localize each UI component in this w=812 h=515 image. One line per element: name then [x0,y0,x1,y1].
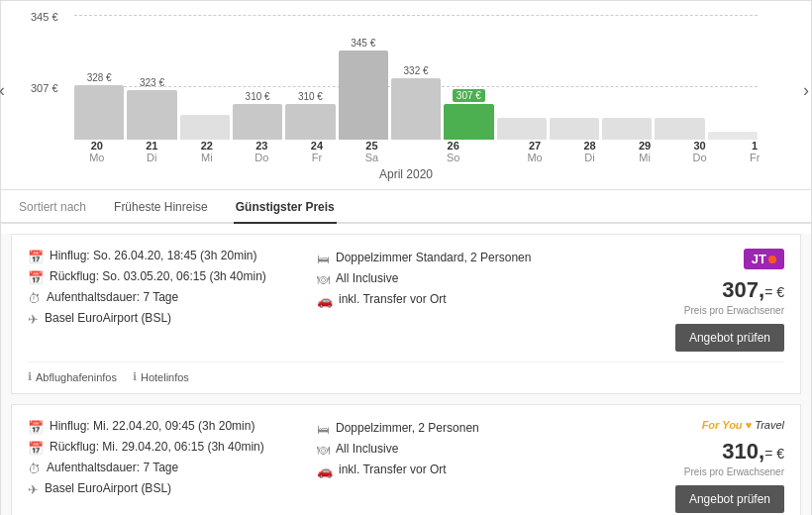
tab-guenstigster-preis[interactable]: Günstigster Preis [234,190,337,224]
day-label-23-do: 23Do [236,140,289,163]
airport-icon-1: ✈ [28,312,39,327]
room-icon-2: 🛏 [317,422,330,437]
month-label: April 2020 [31,163,781,189]
day-label-21-di: 21Di [126,140,179,163]
day-label-22-mi: 22Mi [180,140,234,163]
bar-28-di[interactable] [550,116,599,140]
price-note-1: Preis pro Erwachsener [684,305,784,316]
badge-dot-1 [768,256,776,263]
result-card-2: 📅 Hinflug: Mi. 22.04.20, 09:45 (3h 20min… [11,404,801,515]
price-axis-label-bottom: 307 € [31,82,58,94]
calendar-return-icon-2: 📅 [28,441,44,456]
check-offer-btn-2[interactable]: Angebot prüfen [675,485,784,513]
card-footer-1: ℹ Abflughafeninfos ℹ Hotelinfos [28,361,784,383]
transfer-1: inkl. Transfer vor Ort [339,292,447,306]
flight-info-1: 📅 Hinflug: So. 26.04.20, 18:45 (3h 20min… [28,249,307,352]
tabs-row: Sortiert nach Früheste Hinreise Günstigs… [17,190,795,222]
main-container: 345 € 307 € 328 € 323 € [0,0,812,515]
info-icon-hotel-1: ℹ [133,370,137,383]
transfer-icon-1: 🚗 [317,293,333,308]
bar-1-fr[interactable] [708,130,758,140]
duration-icon-1: ⏱ [28,291,41,306]
price-suffix-2: = € [764,446,784,462]
airport-info-link-1[interactable]: ℹ Abflughafeninfos [28,370,117,383]
bars-wrapper: 328 € 323 € 310 € [74,11,758,140]
tab-frueheste-hinreise[interactable]: Früheste Hinreise [112,190,210,224]
flight-out-1: Hinflug: So. 26.04.20, 18:45 (3h 20min) [50,249,256,262]
day-labels-row: 20Mo 21Di 22Mi 23Do 24Fr 25Sa 26So 27Mo … [70,140,781,163]
duration-icon-2: ⏱ [28,462,41,476]
meal-2: All Inclusive [336,442,398,456]
airport-icon-2: ✈ [28,482,39,497]
chart-prev-arrow[interactable]: ‹ [0,80,5,101]
room-icon-1: 🛏 [317,252,330,266]
airport-1: Basel EuroAirport (BSL) [45,311,171,325]
provider-badge-1: JT [744,249,784,269]
price-display-2: 310,= € [722,439,784,464]
price-suffix-1: = € [764,284,784,300]
bar-26-so-332[interactable]: 332 € [391,65,441,140]
price-col-2: For You ♥ Travel 310,= € Preis pro Erwac… [606,419,784,513]
tab-prefix: Sortiert nach [17,190,88,224]
transfer-icon-2: 🚗 [317,464,333,478]
bar-22-mi[interactable] [180,113,230,140]
meal-icon-1: 🍽 [317,272,330,287]
day-label-29-mi: 29Mi [618,140,671,163]
result-card-1: 📅 Hinflug: So. 26.04.20, 18:45 (3h 20min… [11,234,801,394]
hotel-info-link-1[interactable]: ℹ Hotelinfos [133,370,189,383]
calendar-return-icon-1: 📅 [28,270,44,285]
flight-out-2: Hinflug: Mi. 22.04.20, 09:45 (3h 20min) [50,419,254,433]
check-offer-btn-1[interactable]: Angebot prüfen [675,324,784,352]
bar-24-fr[interactable]: 310 € [285,91,335,140]
meal-icon-2: 🍽 [317,443,330,458]
day-label-28-di: 28Di [563,140,617,163]
flight-return-2: Rückflug: Mi. 29.04.20, 06:15 (3h 40min) [50,440,264,454]
foryou-travel-logo: For You ♥ Travel [702,419,784,431]
meal-1: All Inclusive [336,271,398,285]
bar-23-do[interactable]: 310 € [233,91,282,140]
dashed-line-top [74,15,758,16]
flight-return-1: Rückflug: So. 03.05.20, 06:15 (3h 40min) [50,269,266,283]
airport-2: Basel EuroAirport (BSL) [45,481,171,495]
tabs-section: Sortiert nach Früheste Hinreise Günstigs… [1,189,811,224]
price-value-2: 310, [722,439,764,464]
bar-29-mi[interactable] [602,116,652,140]
price-value-1: 307, [722,277,764,302]
bar-20-mo[interactable]: 328 € [74,72,124,140]
transfer-2: inkl. Transfer vor Ort [339,463,447,476]
amenities-1: 🛏 Doppelzimmer Standard, 2 Personen 🍽 Al… [317,249,596,352]
day-label-24-fr: 24Fr [290,140,344,163]
day-label-1-fr: 1Fr [728,140,781,163]
day-label-26-so: 26So [400,140,506,163]
bar-30-do[interactable] [655,116,704,140]
calendar-out-icon-2: 📅 [28,420,44,435]
bar-25-sa[interactable]: 345 € [339,38,388,140]
day-label-30-do: 30Do [673,140,727,163]
duration-1: Aufenthaltsdauer: 7 Tage [47,290,178,304]
amenities-2: 🛏 Doppelzimmer, 2 Personen 🍽 All Inclusi… [317,419,596,513]
day-label-27-mo: 27Mo [508,140,561,163]
calendar-out-icon-1: 📅 [28,250,44,264]
info-icon-airport-1: ℹ [28,370,32,383]
results-list: 📅 Hinflug: So. 26.04.20, 18:45 (3h 20min… [1,234,811,515]
price-col-1: JT 307,= € Preis pro Erwachsener Angebot… [606,249,784,352]
price-note-2: Preis pro Erwachsener [684,466,784,477]
room-1: Doppelzimmer Standard, 2 Personen [336,251,531,264]
room-2: Doppelzimmer, 2 Personen [336,421,479,435]
duration-2: Aufenthaltsdauer: 7 Tage [47,461,178,474]
chart-next-arrow[interactable]: › [803,80,809,101]
flight-info-2: 📅 Hinflug: Mi. 22.04.20, 09:45 (3h 20min… [28,419,307,513]
bar-26-so-307-active[interactable]: 307 € [444,89,493,140]
day-label-25-sa: 25Sa [346,140,399,163]
bar-27-mo[interactable] [497,116,547,140]
day-label-20-mo: 20Mo [70,140,124,163]
price-display-1: 307,= € [722,277,784,303]
price-axis-label-top: 345 € [31,11,58,23]
price-chart: 345 € 307 € 328 € 323 € [1,1,811,189]
